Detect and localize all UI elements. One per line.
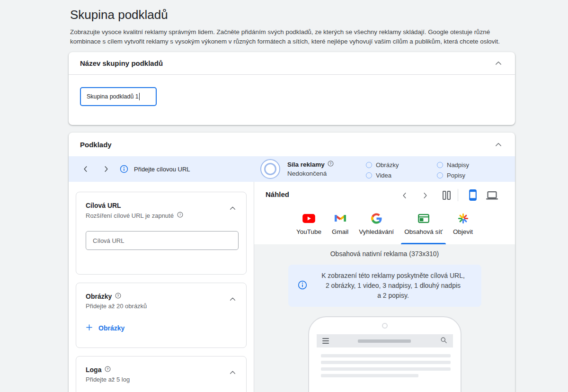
tab-discover[interactable]: Objevit	[449, 208, 477, 244]
asset-group-page: Skupina podkladů Zobrazujte vysoce kvali…	[0, 0, 568, 392]
preview-pause-button[interactable]	[443, 191, 451, 201]
toolbar-message: Přidejte cílovou URL	[134, 166, 190, 173]
chevron-right-icon	[423, 192, 428, 200]
chevron-up-icon	[230, 369, 236, 376]
smartphone-icon	[469, 189, 477, 202]
asset-fields-column: Cílová URL Rozšíření cílové URL je zapnu…	[76, 192, 247, 392]
asset-status-label: Popisy	[447, 172, 465, 179]
discover-icon	[458, 213, 469, 224]
help-icon[interactable]: ?	[328, 160, 334, 168]
asset-status-descriptions: Popisy	[437, 172, 465, 179]
asset-status-label: Nadpisy	[447, 161, 469, 169]
name-card-header: Název skupiny podkladů	[69, 52, 515, 75]
collapse-images-button[interactable]	[229, 294, 237, 303]
chevron-up-icon	[230, 295, 236, 303]
radio-circle-icon	[366, 162, 372, 168]
name-card-title: Název skupiny podkladů	[80, 59, 163, 67]
toolbar-previous-button[interactable]	[83, 166, 88, 174]
mobile-preview-button[interactable]	[469, 189, 477, 202]
pause-icon	[443, 191, 451, 201]
ad-strength-status: Nedokončená	[287, 170, 334, 177]
preview-header: Náhled	[254, 182, 515, 208]
tab-label: Objevit	[453, 228, 473, 235]
help-icon[interactable]: ?	[177, 212, 183, 219]
chevron-left-icon	[83, 166, 88, 174]
tab-label: Gmail	[332, 228, 348, 235]
ad-strength: Síla reklamy ? Nedokončená	[287, 160, 334, 177]
tab-search[interactable]: Vyhledávání	[355, 208, 398, 244]
skeleton-line	[321, 354, 451, 357]
preview-title: Náhled	[266, 190, 289, 198]
help-icon[interactable]: ?	[115, 293, 121, 300]
collapse-assets-card-button[interactable]	[493, 139, 504, 150]
phone-camera-dot	[382, 323, 388, 329]
tab-display-network[interactable]: Obsahová síť	[400, 208, 447, 244]
text-cursor	[139, 93, 140, 100]
display-network-icon	[418, 213, 429, 224]
preview-network-tabs: YouTube Gmail	[254, 208, 515, 244]
preview-previous-button[interactable]	[402, 192, 407, 200]
radio-circle-icon	[437, 172, 443, 178]
chevron-up-icon	[230, 205, 236, 212]
final-url-input[interactable]	[86, 231, 239, 250]
add-images-label: Obrázky	[98, 324, 124, 332]
assets-content: Cílová URL Rozšíření cílové URL je zapnu…	[69, 182, 515, 392]
ad-strength-gauge-ring	[264, 163, 276, 175]
asset-status-videos: Videa	[366, 172, 391, 179]
ad-strength-label: Síla reklamy	[287, 161, 325, 168]
info-icon	[298, 280, 307, 292]
asset-status-images: Obrázky	[366, 161, 399, 169]
preview-next-button[interactable]	[423, 192, 428, 200]
gmail-icon	[335, 213, 346, 224]
chevron-up-icon	[495, 141, 502, 148]
chevron-up-icon	[495, 60, 502, 67]
search-placeholder-bar	[358, 339, 411, 343]
phone-mockup	[308, 316, 462, 392]
chevron-right-icon	[104, 166, 109, 174]
logos-subtitle: Přidejte až 5 log	[86, 376, 130, 383]
toolbar-next-button[interactable]	[104, 166, 109, 174]
assets-card: Podklady Přidejte cílovou	[69, 133, 515, 392]
search-icon	[440, 337, 447, 346]
collapse-name-card-button[interactable]	[493, 58, 504, 69]
skeleton-line	[321, 361, 451, 364]
page-description: Zobrazujte vysoce kvalitní reklamy správ…	[70, 27, 517, 46]
asset-status-headlines: Nadpisy	[437, 161, 469, 169]
images-section: Obrázky ? Přidejte až 20 obrázků	[76, 283, 247, 348]
plus-icon	[86, 324, 93, 332]
svg-text:?: ?	[179, 213, 181, 216]
preview-info-message: K zobrazení této reklamy poskytněte cílo…	[315, 271, 472, 301]
name-card-body: Skupina podkladů 1	[69, 75, 515, 118]
tab-youtube[interactable]: YouTube	[292, 208, 326, 244]
svg-text:?: ?	[117, 294, 119, 297]
tab-label: Vyhledávání	[359, 228, 394, 235]
asset-status-label: Obrázky	[376, 161, 399, 169]
info-icon	[120, 165, 128, 175]
skeleton-line	[321, 374, 418, 377]
menu-icon	[322, 338, 329, 344]
assets-toolbar: Přidejte cílovou URL Síla reklamy ? Nedo…	[69, 156, 515, 182]
asset-status-label: Videa	[376, 172, 391, 179]
images-subtitle: Přidejte až 20 obrázků	[86, 303, 147, 310]
asset-group-name-card: Název skupiny podkladů Skupina podkladů …	[69, 52, 515, 125]
final-url-section: Cílová URL Rozšíření cílové URL je zapnu…	[76, 192, 247, 275]
tab-gmail[interactable]: Gmail	[328, 208, 353, 244]
add-images-button[interactable]: Obrázky	[86, 324, 124, 332]
google-g-icon	[371, 213, 382, 224]
help-icon[interactable]: ?	[105, 366, 111, 374]
skeleton-line	[321, 367, 451, 371]
collapse-final-url-button[interactable]	[229, 204, 237, 213]
final-url-subtitle: Rozšíření cílové URL je zapnuté	[86, 212, 174, 219]
youtube-icon	[302, 213, 315, 224]
ad-format-label: Obsahová nativní reklama (373x310)	[254, 250, 515, 258]
collapse-logos-button[interactable]	[229, 368, 237, 377]
radio-circle-icon	[437, 162, 443, 168]
asset-group-name-input[interactable]: Skupina podkladů 1	[80, 87, 157, 106]
tab-label: YouTube	[296, 228, 321, 235]
final-url-title: Cílová URL	[86, 202, 121, 209]
desktop-preview-button[interactable]	[486, 191, 498, 201]
ad-strength-gauge	[260, 159, 280, 179]
tab-label: Obsahová síť	[404, 228, 443, 235]
logos-title: Loga	[86, 366, 101, 374]
laptop-icon	[486, 191, 498, 201]
